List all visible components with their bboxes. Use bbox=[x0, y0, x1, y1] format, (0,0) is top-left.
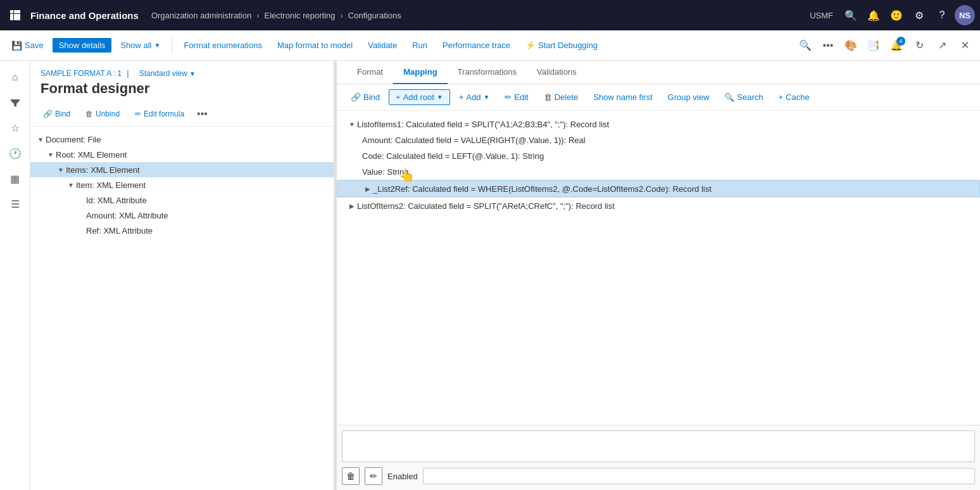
tree-toggle-items[interactable]: ▼ bbox=[56, 165, 66, 175]
tree-toggle-document[interactable]: ▼ bbox=[35, 134, 46, 144]
nav-table-icon[interactable]: ▦ bbox=[4, 167, 27, 190]
svg-rect-4 bbox=[14, 14, 17, 17]
mapping-item-amount-calc[interactable]: Amount: Calculated field = VALUE(RIGHT(@… bbox=[337, 132, 980, 148]
nav-filter-icon[interactable] bbox=[4, 91, 27, 114]
tab-mapping[interactable]: Mapping bbox=[393, 61, 447, 84]
tree-item-items[interactable]: ▼ Items: XML Element bbox=[30, 162, 334, 177]
open-external-icon[interactable]: ↗ bbox=[932, 35, 952, 56]
left-panel-format-tree: SAMPLE FORMAT A : 1 | Standard view ▼ Fo… bbox=[30, 61, 334, 490]
tab-format[interactable]: Format bbox=[347, 61, 393, 84]
show-details-button[interactable]: Show details bbox=[53, 38, 112, 53]
bottom-delete-button[interactable]: 🗑 bbox=[342, 467, 360, 485]
sidebar-navigation: ⌂ ☆ 🕐 ▦ ☰ bbox=[0, 61, 30, 490]
mapping-add-root-button[interactable]: + Add root ▼ bbox=[389, 89, 450, 105]
mapping-item-listofitems2[interactable]: ▶ ListOfItems2: Calculated field = SPLIT… bbox=[337, 198, 980, 214]
save-button[interactable]: 💾 Save bbox=[5, 38, 50, 53]
mapping-delete-icon: 🗑 bbox=[544, 92, 552, 102]
edit-formula-button[interactable]: ✏ Edit formula bbox=[130, 108, 189, 120]
right-panel-mapping: Format Mapping Transformations Validatio… bbox=[337, 61, 980, 490]
refresh-icon[interactable]: ↻ bbox=[909, 35, 929, 56]
mapping-item-listofitems1[interactable]: ▼ ListofItems1: Calculated field = SPLIT… bbox=[337, 116, 980, 132]
mapping-toolbar: 🔗 Bind + Add root ▼ + Add ▼ ✏ Edit bbox=[337, 84, 980, 111]
breadcrumb-org-admin[interactable]: Organization administration bbox=[151, 11, 251, 20]
tree-toggle-root[interactable]: ▼ bbox=[46, 149, 56, 160]
breadcrumb-electronic-reporting[interactable]: Electronic reporting bbox=[264, 11, 335, 20]
emoji-icon[interactable]: 🙂 bbox=[886, 5, 907, 25]
format-enumerations-button[interactable]: Format enumerations bbox=[177, 38, 268, 53]
action-separator-1 bbox=[172, 38, 172, 53]
mapping-toggle-list2ref[interactable]: ▶ bbox=[363, 184, 373, 194]
mapping-item-list2ref[interactable]: ▶ _List2Ref: Calculated field = WHERE(Li… bbox=[337, 180, 980, 198]
help-icon[interactable]: ? bbox=[932, 5, 952, 25]
sample-format-label[interactable]: SAMPLE FORMAT A : 1 bbox=[41, 69, 122, 78]
bookmark-icon[interactable]: 📑 bbox=[864, 35, 884, 56]
close-icon[interactable]: ✕ bbox=[955, 35, 975, 56]
group-view-button[interactable]: Group view bbox=[662, 90, 716, 104]
nav-clock-icon[interactable]: 🕐 bbox=[4, 142, 27, 165]
search-action-icon[interactable]: 🔍 bbox=[795, 35, 815, 56]
mapping-add-root-chevron: ▼ bbox=[437, 94, 443, 101]
apps-menu-icon[interactable] bbox=[5, 5, 25, 25]
validate-button[interactable]: Validate bbox=[361, 38, 403, 53]
performance-trace-button[interactable]: Performance trace bbox=[436, 38, 517, 53]
tree-item-id[interactable]: ▶ Id: XML Attribute bbox=[30, 192, 334, 208]
more-toolbar-icon[interactable]: ••• bbox=[194, 107, 210, 121]
tree-item-ref[interactable]: ▶ Ref: XML Attribute bbox=[30, 223, 334, 238]
mapping-item-code-calc[interactable]: Code: Calculated field = LEFT(@.Value, 1… bbox=[337, 148, 980, 164]
tree-item-root[interactable]: ▼ Root: XML Element bbox=[30, 147, 334, 162]
mapping-search-button[interactable]: 🔍 Search bbox=[718, 90, 769, 104]
nav-star-icon[interactable]: ☆ bbox=[4, 116, 27, 139]
notifications-icon[interactable]: 🔔 bbox=[864, 5, 884, 25]
settings-icon[interactable]: ⚙ bbox=[909, 5, 929, 25]
bottom-input-area[interactable] bbox=[342, 430, 975, 462]
top-navigation-bar: Finance and Operations Organization admi… bbox=[0, 0, 980, 30]
unbind-button[interactable]: 🗑 Unbind bbox=[80, 108, 125, 120]
mapping-add-button[interactable]: + Add ▼ bbox=[453, 90, 496, 104]
show-all-button[interactable]: Show all ▼ bbox=[114, 38, 166, 53]
svg-rect-6 bbox=[10, 17, 13, 20]
mapping-delete-button[interactable]: 🗑 Delete bbox=[537, 90, 585, 104]
top-bar-actions: USMF 🔍 🔔 🙂 ⚙ ? NS bbox=[810, 5, 975, 25]
main-layout: ⌂ ☆ 🕐 ▦ ☰ SAMPLE FORMAT A : 1 | Standard… bbox=[0, 61, 980, 490]
nav-list-icon[interactable]: ☰ bbox=[4, 192, 27, 215]
svg-rect-7 bbox=[14, 17, 17, 20]
map-format-to-model-button[interactable]: Map format to model bbox=[271, 38, 359, 53]
tree-item-amount-attr[interactable]: ▶ Amount: XML Attribute bbox=[30, 208, 334, 223]
more-options-icon[interactable]: ••• bbox=[818, 35, 838, 56]
mapping-toggle-listofitems1[interactable]: ▼ bbox=[347, 119, 357, 129]
start-debugging-button[interactable]: ⚡ Start Debugging bbox=[519, 38, 604, 53]
bind-button[interactable]: 🔗 Bind bbox=[38, 108, 75, 120]
nav-home-icon[interactable]: ⌂ bbox=[4, 66, 27, 89]
tab-transformations[interactable]: Transformations bbox=[448, 61, 527, 84]
tree-toggle-item[interactable]: ▼ bbox=[66, 180, 76, 190]
bottom-edit-button[interactable]: ✏ bbox=[365, 467, 382, 485]
search-icon[interactable]: 🔍 bbox=[841, 5, 861, 25]
tab-validations[interactable]: Validations bbox=[527, 61, 587, 84]
palette-icon[interactable]: 🎨 bbox=[841, 35, 861, 56]
mapping-item-value-string[interactable]: Value: String bbox=[337, 164, 980, 180]
mapping-cache-plus-icon: + bbox=[778, 92, 783, 102]
breadcrumb-sep-2: › bbox=[340, 11, 342, 20]
debug-icon: ⚡ bbox=[525, 41, 536, 50]
mapping-cache-button[interactable]: + Cache bbox=[772, 90, 815, 104]
save-icon: 💾 bbox=[11, 41, 22, 51]
enabled-input[interactable] bbox=[423, 468, 975, 484]
show-name-first-button[interactable]: Show name first bbox=[587, 90, 658, 104]
enabled-label: Enabled bbox=[387, 472, 418, 481]
tree-item-item[interactable]: ▼ Item: XML Element bbox=[30, 177, 334, 192]
standard-view-chevron: ▼ bbox=[189, 70, 196, 77]
bottom-actions: 🗑 ✏ Enabled bbox=[342, 467, 975, 485]
alerts-icon[interactable]: 🔔 4 bbox=[886, 35, 907, 56]
show-all-chevron-icon: ▼ bbox=[154, 42, 161, 49]
svg-rect-2 bbox=[17, 10, 20, 13]
breadcrumb-configurations[interactable]: Configurations bbox=[348, 11, 401, 20]
content-area: SAMPLE FORMAT A : 1 | Standard view ▼ Fo… bbox=[30, 61, 980, 490]
run-button[interactable]: Run bbox=[406, 38, 434, 53]
standard-view-dropdown[interactable]: Standard view ▼ bbox=[139, 69, 196, 78]
mapping-add-root-plus-icon: + bbox=[396, 92, 401, 102]
avatar[interactable]: NS bbox=[955, 5, 975, 25]
tree-item-document[interactable]: ▼ Document: File bbox=[30, 132, 334, 147]
mapping-bind-button[interactable]: 🔗 Bind bbox=[344, 90, 386, 104]
mapping-toggle-listofitems2[interactable]: ▶ bbox=[347, 201, 357, 211]
mapping-edit-button[interactable]: ✏ Edit bbox=[498, 90, 534, 104]
